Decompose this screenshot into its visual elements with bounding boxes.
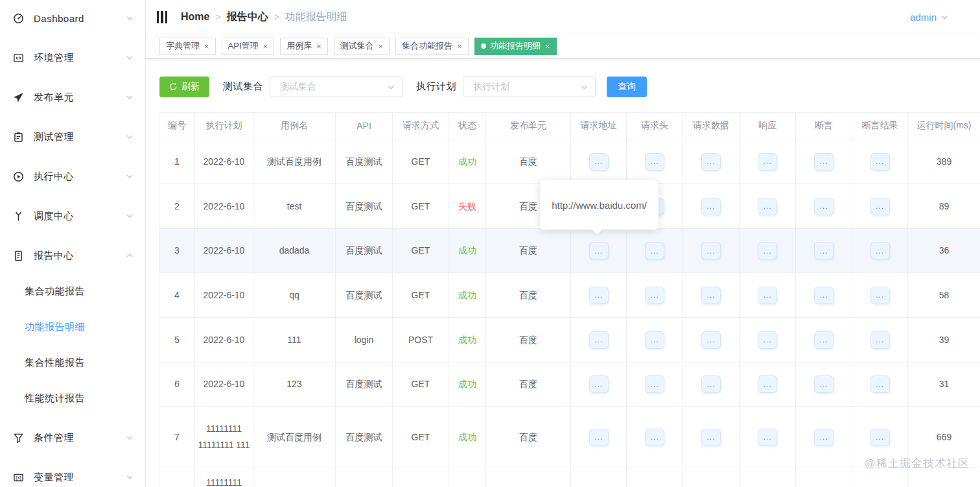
test-set-select[interactable]: 测试集合 [270,76,402,97]
view-detail-button[interactable]: ... [589,153,609,171]
view-detail-button[interactable]: ... [758,153,777,171]
view-detail-button[interactable]: ... [589,287,609,304]
cell-response: ... [740,229,796,273]
sidebar-subitem[interactable]: 集合性能报告 [0,345,145,381]
view-detail-button[interactable]: ... [870,153,890,171]
tab[interactable]: 用例库 × [280,38,328,55]
table-row: 4 2022-6-10 qq 百度测试 GET 成功 百度 ... ... ..… [159,273,980,318]
cell-plan: 2022-6-10 [195,273,253,318]
view-detail-button[interactable]: ... [645,429,664,446]
view-detail-button[interactable]: ... [814,198,834,215]
view-detail-button[interactable]: ... [758,287,777,304]
cell-request-headers: ... [627,273,683,318]
view-detail-button[interactable]: ... [870,242,890,259]
column-header: 请求头 [627,113,683,139]
view-detail-button[interactable]: ... [701,331,721,349]
table-row: 5 2022-6-10 111 login POST 成功 百度 ... ...… [159,318,980,362]
cell-unit: 百度 [486,318,571,362]
cell-request-url [571,468,627,487]
view-detail-button[interactable]: ... [645,375,664,393]
sidebar-subitem[interactable]: 集合功能报告 [0,274,145,309]
sidebar-item-report[interactable]: 报告中心 [0,237,145,274]
view-detail-button[interactable]: ... [758,331,777,349]
close-icon[interactable]: × [263,42,268,51]
view-detail-button[interactable]: ... [814,429,834,446]
tab[interactable]: 字典管理 × [159,38,216,55]
view-detail-button[interactable]: ... [701,429,721,446]
view-detail-button[interactable]: ... [589,375,609,393]
cell-request-headers: ... [627,229,683,273]
cell-status: 成功 [449,273,486,318]
cell-request-url: ... [571,273,627,318]
cell-assert [796,468,852,487]
url-tooltip: http://www.baidu.com/ [540,180,659,230]
close-icon[interactable]: × [545,42,550,51]
view-detail-button[interactable]: ... [758,429,777,446]
view-detail-button[interactable]: ... [589,331,609,349]
view-detail-button[interactable]: ... [758,375,777,393]
sidebar-item-variable[interactable]: [x] 变量管理 [0,459,145,487]
view-detail-button[interactable]: ... [701,198,721,215]
sidebar-item-schedule[interactable]: 调度中心 [0,198,145,234]
view-detail-button[interactable]: ... [870,429,890,446]
query-button[interactable]: 查询 [607,77,647,97]
collapse-sidebar-icon[interactable] [155,10,169,24]
close-icon[interactable]: × [379,42,384,51]
sidebar-item-condition[interactable]: 条件管理 [0,420,145,456]
view-detail-button[interactable]: ... [814,153,834,171]
sidebar-item-exec[interactable]: 执行中心 [0,158,145,195]
cell-assert-result: ... [852,318,908,362]
view-detail-button[interactable]: ... [870,331,890,349]
sidebar-item-dashboard[interactable]: Dashboard [0,0,145,36]
cell-plan: 2022-6-10 [195,139,253,184]
close-icon[interactable]: × [204,42,209,51]
refresh-button[interactable]: 刷新 [159,77,209,97]
view-detail-button[interactable]: ... [645,287,664,304]
view-detail-button[interactable]: ... [758,198,777,215]
user-name: admin [910,12,937,23]
chevron-down-icon [126,434,134,442]
close-icon[interactable]: × [457,42,462,51]
sidebar-subitem[interactable]: 功能报告明细 [0,309,145,345]
sidebar-item-env[interactable]: 环境管理 [0,40,145,76]
view-detail-button[interactable]: ... [645,153,664,171]
view-detail-button[interactable]: ... [589,429,609,446]
view-detail-button[interactable]: ... [870,287,890,304]
view-detail-button[interactable]: ... [870,198,890,215]
tab[interactable]: API管理 × [222,38,275,55]
tab-label: 集合功能报告 [402,40,452,52]
sidebar-subitem[interactable]: 性能统计报告 [0,381,145,416]
column-header: 发布单元 [486,113,571,139]
cell-method: GET [393,407,449,468]
view-detail-button[interactable]: ... [870,375,890,393]
cell-status [449,468,486,487]
view-detail-button[interactable]: ... [814,331,834,349]
user-menu[interactable]: admin [910,12,949,23]
tab[interactable]: 功能报告明细 × [474,38,557,55]
view-detail-button[interactable]: ... [645,331,664,349]
breadcrumb-item[interactable]: 报告中心 [227,10,268,24]
tab[interactable]: 测试集合 × [334,38,390,55]
cell-time: 39 [908,318,980,362]
sidebar-item-label: 变量管理 [34,471,126,484]
cell-status: 成功 [449,362,486,407]
plan-select[interactable]: 执行计划 [463,76,596,97]
view-detail-button[interactable]: ... [814,375,834,393]
view-detail-button[interactable]: ... [758,242,777,259]
view-detail-button[interactable]: ... [701,153,721,171]
close-icon[interactable]: × [316,42,321,51]
view-detail-button[interactable]: ... [701,375,721,393]
view-detail-button[interactable]: ... [701,287,721,304]
view-detail-button[interactable]: ... [814,287,834,304]
tab[interactable]: 集合功能报告 × [395,38,469,55]
cell-api: 百度测试 [336,407,393,468]
app-root: Dashboard 环境管理 发布单元 测试管理 执行中心 调度中心 报告中心 … [0,0,980,487]
breadcrumb-item[interactable]: Home [181,11,209,23]
view-detail-button[interactable]: ... [589,242,609,259]
sidebar-item-test[interactable]: 测试管理 [0,119,145,155]
view-detail-button[interactable]: ... [814,242,834,259]
sidebar-item-publish[interactable]: 发布单元 [0,79,145,115]
report-icon [13,250,24,261]
view-detail-button[interactable]: ... [645,242,664,259]
view-detail-button[interactable]: ... [701,242,721,259]
